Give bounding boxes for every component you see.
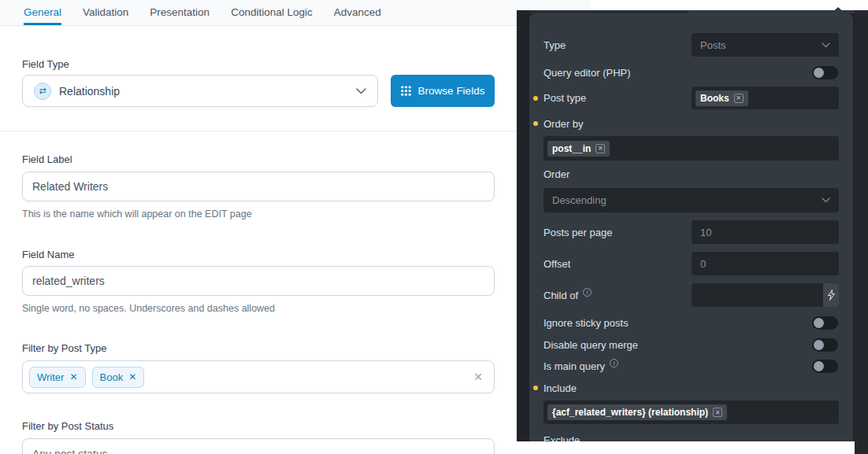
info-icon[interactable]: i	[610, 359, 618, 367]
row-is-main-query: Is main query i	[529, 358, 853, 374]
grid-icon	[401, 86, 411, 96]
row-posts-per-page: Posts per page	[529, 220, 853, 244]
row-offset: Offset	[529, 252, 853, 275]
tag-label: {acf_related_writers} (relationship)	[552, 407, 708, 418]
row-child-of: Child of i	[529, 283, 853, 307]
post-type-label: Post type	[543, 92, 586, 104]
tab-validation[interactable]: Validation	[83, 0, 128, 25]
tab-general[interactable]: General	[24, 0, 61, 25]
field-type-label: Field Type	[22, 58, 69, 70]
order-by-input[interactable]: post__in ✕	[543, 136, 839, 161]
row-order-select: Descending	[529, 188, 853, 212]
toggle-knob	[814, 361, 824, 371]
lightning-icon	[827, 290, 836, 301]
required-dot	[533, 386, 538, 390]
row-disable-merge: Disable query merge	[529, 337, 853, 352]
browse-fields-button[interactable]: Browse Fields	[391, 75, 495, 107]
chevron-down-icon	[356, 88, 366, 94]
row-type: Type Posts	[529, 33, 853, 57]
post-type-tag: Books ✕	[696, 90, 748, 106]
chevron-down-icon	[822, 42, 830, 48]
row-order-by-label: Order by	[529, 116, 853, 131]
relationship-icon: ⇄	[34, 83, 51, 100]
chevron-down-icon	[822, 197, 830, 203]
disable-query-merge-label: Disable query merge	[543, 339, 638, 351]
order-value: Descending	[552, 194, 822, 206]
required-dot	[533, 121, 538, 126]
ignore-sticky-toggle[interactable]	[812, 316, 838, 330]
order-select[interactable]: Descending	[543, 188, 839, 212]
row-exclude-label: Exclude	[529, 432, 853, 441]
order-by-label: Order by	[543, 118, 584, 130]
offset-label: Offset	[543, 258, 570, 270]
field-label-input[interactable]	[22, 172, 495, 201]
is-main-query-label: Is main query	[543, 360, 605, 372]
row-include-label: Include	[529, 380, 853, 396]
field-name-help: Single word, no spaces. Underscores and …	[22, 303, 275, 314]
dynamic-data-button[interactable]	[823, 283, 839, 307]
field-name-input[interactable]	[22, 266, 495, 296]
is-main-query-toggle[interactable]	[812, 360, 838, 373]
posts-per-page-label: Posts per page	[543, 227, 612, 238]
filter-post-status-input[interactable]	[22, 438, 495, 454]
toggle-knob	[814, 340, 824, 350]
row-include-input: {acf_related_writers} (relationship) ✕	[529, 400, 853, 424]
child-of-input[interactable]	[692, 283, 823, 307]
remove-tag-icon[interactable]: ✕	[128, 371, 136, 382]
tag-label: post__in	[552, 143, 591, 154]
row-post-type: Post type Books ✕	[529, 87, 853, 109]
section-divider	[0, 131, 517, 131]
post-type-tag-writer: Writer ✕	[29, 367, 86, 388]
info-icon[interactable]: i	[583, 288, 592, 297]
posts-per-page-input[interactable]	[692, 220, 839, 244]
order-by-tag: post__in ✕	[547, 141, 610, 157]
remove-tag-icon[interactable]: ✕	[595, 144, 605, 153]
row-order-label: Order	[529, 166, 853, 182]
child-of-label: Child of	[543, 290, 578, 301]
remove-tag-icon[interactable]: ✕	[734, 94, 744, 103]
field-type-value: Relationship	[59, 85, 348, 98]
tag-label: Writer	[37, 371, 64, 383]
tab-conditional-logic[interactable]: Conditional Logic	[231, 0, 313, 25]
ignore-sticky-label: Ignore sticky posts	[543, 317, 629, 329]
query-editor-toggle[interactable]	[812, 66, 838, 79]
type-label: Type	[543, 39, 566, 51]
field-name-label: Field Name	[22, 249, 74, 260]
browse-fields-label: Browse Fields	[418, 85, 485, 97]
tab-advanced[interactable]: Advanced	[334, 0, 381, 25]
disable-query-merge-toggle[interactable]	[812, 338, 838, 352]
type-select[interactable]: Posts	[692, 33, 839, 57]
post-type-input[interactable]: Books ✕	[692, 87, 839, 109]
toggle-knob	[814, 318, 824, 328]
field-label-label: Field Label	[22, 153, 72, 165]
screen: General Validation Presentation Conditio…	[0, 0, 868, 454]
tag-label: Book	[100, 371, 124, 383]
filter-post-type-label: Filter by Post Type	[22, 342, 106, 354]
include-tag: {acf_related_writers} (relationship) ✕	[547, 404, 727, 420]
row-ignore-sticky: Ignore sticky posts	[529, 315, 853, 330]
offset-input[interactable]	[692, 252, 839, 275]
query-settings-popup: Type Posts Query editor (PHP) Post type …	[529, 13, 853, 441]
required-dot	[533, 96, 538, 101]
field-type-select[interactable]: ⇄ Relationship	[22, 75, 378, 107]
exclude-label: Exclude	[543, 434, 580, 442]
include-input[interactable]: {acf_related_writers} (relationship) ✕	[543, 400, 839, 424]
remove-tag-icon[interactable]: ✕	[713, 408, 722, 417]
toggle-knob	[814, 68, 824, 78]
row-query-editor: Query editor (PHP)	[529, 65, 853, 80]
query-editor-label: Query editor (PHP)	[543, 67, 631, 79]
tab-presentation[interactable]: Presentation	[150, 0, 210, 25]
clear-all-icon[interactable]: ✕	[473, 371, 483, 383]
include-label: Include	[543, 382, 577, 394]
post-type-tag-book: Book ✕	[92, 367, 145, 388]
filter-post-type-input[interactable]: Writer ✕ Book ✕ ✕	[22, 360, 495, 393]
filter-post-status-label: Filter by Post Status	[22, 420, 113, 432]
remove-tag-icon[interactable]: ✕	[69, 371, 77, 382]
builder-right-strip	[855, 10, 868, 454]
tag-label: Books	[700, 93, 729, 104]
order-label: Order	[543, 168, 569, 180]
acf-tab-bar: General Validation Presentation Conditio…	[0, 0, 591, 26]
row-order-by-input: post__in ✕	[529, 136, 853, 161]
field-label-help: This is the name which will appear on th…	[22, 209, 252, 220]
type-value: Posts	[700, 39, 822, 51]
